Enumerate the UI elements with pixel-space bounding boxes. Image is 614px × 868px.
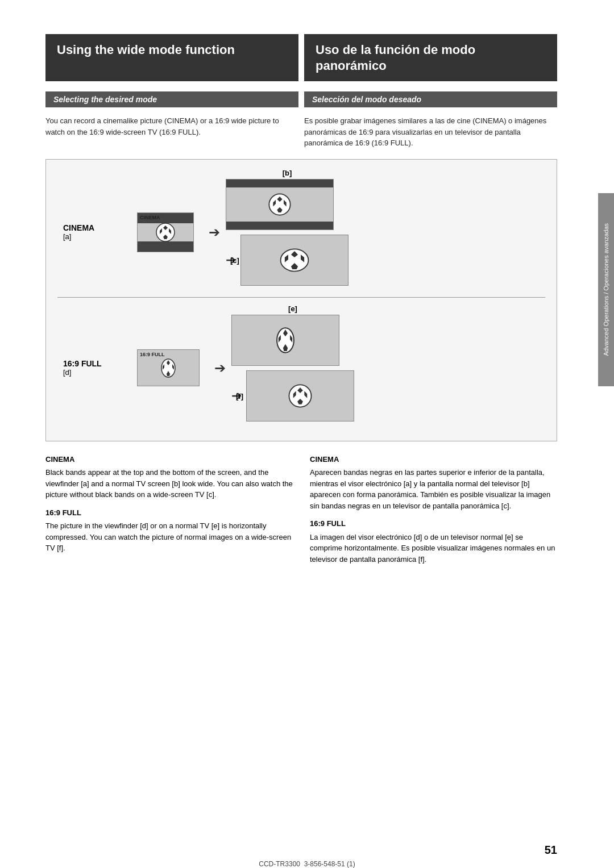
cinema-heading-en: CINEMA bbox=[45, 454, 293, 465]
cinema-viewfinder: CINEMA bbox=[137, 212, 194, 252]
screen-f bbox=[246, 370, 354, 422]
full-heading-en: 16:9 FULL bbox=[45, 507, 293, 519]
subheader-row: Selecting the desired mode Selección del… bbox=[45, 91, 557, 107]
cinema-viewfinder-screen: CINEMA bbox=[137, 212, 194, 252]
label-c: [c] bbox=[230, 256, 239, 264]
cinema-mode-letter: [a] bbox=[63, 232, 137, 241]
bottom-desc-right: CINEMA Aparecen bandas negras en las par… bbox=[310, 454, 557, 572]
main-content: Using the wide mode function Uso de la f… bbox=[45, 34, 557, 571]
soccer-ball-f bbox=[284, 383, 316, 408]
label-e: [e] bbox=[288, 304, 297, 313]
soccer-ball-b bbox=[264, 193, 296, 216]
169-viewfinder: 16:9 FULL bbox=[137, 349, 200, 386]
169-label: 16:9 FULL [d] bbox=[63, 359, 137, 377]
169-viewfinder-screen: 16:9 FULL bbox=[137, 349, 200, 386]
full-heading-es: 16:9 FULL bbox=[310, 518, 557, 529]
side-tab: Advanced Operations / Operaciones avanza… bbox=[598, 193, 614, 386]
169-diagram-row: 16:9 FULL [d] 16:9 FULL bbox=[57, 307, 545, 429]
soccer-ball-e bbox=[275, 326, 296, 355]
bottom-desc-left: CINEMA Black bands appear at the top and… bbox=[45, 454, 293, 572]
header-title-en: Using the wide mode function bbox=[45, 34, 298, 81]
page-number: 51 bbox=[545, 844, 557, 857]
full-body-es: La imagen del visor electrónico [d] o de… bbox=[310, 532, 557, 565]
cinema-heading-es: CINEMA bbox=[310, 454, 557, 465]
desc-right: Es posible grabar imágenes similares a l… bbox=[304, 115, 557, 149]
cinema-body-es: Aparecen bandas negras en las partes sup… bbox=[310, 467, 557, 511]
169-mode-name: 16:9 FULL bbox=[63, 359, 137, 368]
cinema-arrow: ➔ bbox=[209, 224, 220, 240]
bottom-desc-row: CINEMA Black bands appear at the top and… bbox=[45, 454, 557, 572]
screen-c bbox=[240, 235, 349, 286]
label-f: [f] bbox=[236, 391, 243, 400]
cinema-diagram-row: CINEMA [a] CINEMA bbox=[57, 171, 545, 294]
soccer-ball-169-viewfinder bbox=[160, 357, 176, 379]
169-arrow: ➔ bbox=[214, 360, 226, 376]
169-mode-letter: [d] bbox=[63, 368, 137, 377]
desc-left: You can record a cinemalike picture (CIN… bbox=[45, 115, 298, 149]
cinema-mode-name: CINEMA bbox=[63, 223, 137, 232]
soccer-ball-cinema-viewfinder bbox=[155, 222, 176, 243]
full-body-en: The picture in the viewfinder [d] or on … bbox=[45, 520, 293, 554]
subheader-right: Selección del modo deseado bbox=[304, 91, 557, 107]
cinema-label: CINEMA [a] bbox=[63, 223, 137, 241]
cinema-body-en: Black bands appear at the top and the bo… bbox=[45, 467, 293, 500]
diagram-divider bbox=[57, 297, 545, 298]
screen-b bbox=[226, 179, 334, 230]
cinema-right-screens: [b] bbox=[226, 179, 349, 286]
label-b: [b] bbox=[283, 169, 292, 177]
subheader-left: Selecting the desired mode bbox=[45, 91, 298, 107]
diagram-container: CINEMA [a] CINEMA bbox=[45, 159, 557, 441]
169-right-screens: [e] ➔ bbox=[231, 315, 354, 422]
header-row: Using the wide mode function Uso de la f… bbox=[45, 34, 557, 81]
side-tab-text: Advanced Operations / Operaciones avanza… bbox=[602, 223, 610, 356]
footer-text: CCD-TR3300 3-856-548-51 (1) bbox=[259, 860, 355, 868]
desc-row: You can record a cinemalike picture (CIN… bbox=[45, 115, 557, 149]
screen-e bbox=[231, 315, 339, 366]
page: Advanced Operations / Operaciones avanza… bbox=[0, 34, 614, 868]
soccer-ball-c bbox=[276, 248, 313, 273]
header-title-es: Uso de la función de modo panorámico bbox=[304, 34, 557, 81]
